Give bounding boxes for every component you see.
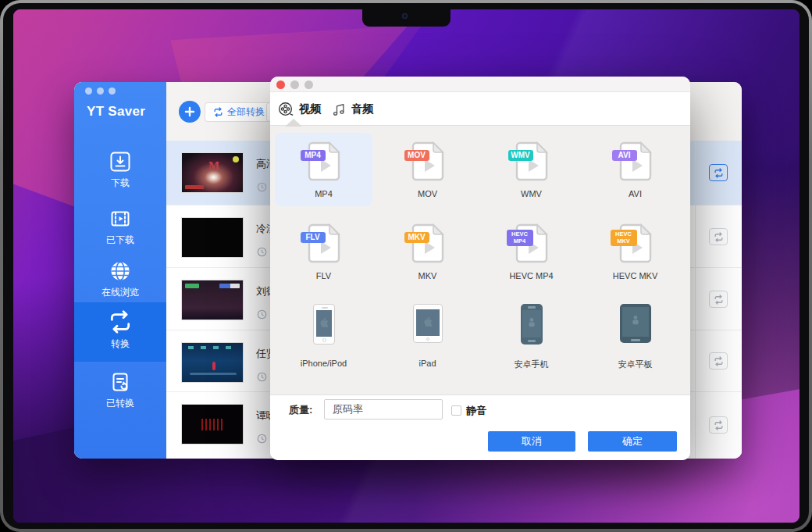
- device-card-ipad[interactable]: iPad: [379, 298, 476, 376]
- convert-row-button[interactable]: [709, 291, 728, 308]
- sidebar-label: 在线浏览: [74, 286, 166, 299]
- convert-all-button[interactable]: 全部转换: [205, 102, 273, 122]
- format-card-avi[interactable]: AVI AVI: [586, 133, 684, 206]
- dialog-tabs: 视频 音频: [270, 92, 690, 126]
- format-card-mp4[interactable]: MP4 MP4: [275, 133, 372, 206]
- format-badge: MP4: [301, 150, 326, 161]
- sidebar-item-converted[interactable]: 已转换: [74, 365, 166, 421]
- device-card-android-phone[interactable]: 安卓手机: [483, 298, 580, 376]
- format-badge: MOV: [404, 150, 429, 161]
- film-reel-icon: [277, 101, 294, 118]
- close-button[interactable]: [276, 80, 285, 89]
- convert-row-button[interactable]: [709, 228, 728, 245]
- download-icon: [109, 150, 132, 173]
- active-tab-indicator: [286, 120, 301, 127]
- app-title: YT Saver: [87, 104, 145, 120]
- device-card-iphone[interactable]: iPhone/iPod: [275, 298, 372, 376]
- format-card-wmv[interactable]: WMV WMV: [483, 133, 580, 206]
- ipad-icon: [413, 304, 443, 343]
- cancel-button[interactable]: 取消: [488, 431, 575, 452]
- convert-all-label: 全部转换: [227, 105, 265, 119]
- clock-icon: [257, 246, 267, 260]
- device-label: iPhone/iPod: [275, 359, 372, 368]
- repeat-icon: [213, 107, 223, 117]
- convert-row-button[interactable]: [709, 352, 728, 370]
- tab-video-label: 视频: [299, 102, 321, 116]
- maximize-button[interactable]: [304, 80, 313, 89]
- format-card-flv[interactable]: FLV FLV: [275, 215, 372, 288]
- format-label: FLV: [275, 271, 372, 280]
- clock-icon: [257, 371, 267, 385]
- video-file-icon: [307, 141, 341, 182]
- film-icon: [109, 207, 132, 230]
- desktop: 全部转换 M 高清 冷漠: [13, 9, 800, 523]
- iphone-icon: [313, 304, 335, 345]
- format-card-mkv[interactable]: MKV MKV: [379, 215, 476, 288]
- convert-icon: [108, 309, 133, 334]
- video-file-icon: [618, 141, 653, 182]
- video-file-icon: [307, 223, 341, 264]
- format-label: HEVC MP4: [483, 271, 580, 280]
- dialog-titlebar: [270, 77, 690, 92]
- clock-icon: [257, 309, 267, 323]
- android-phone-icon: [521, 304, 543, 345]
- convert-row-button[interactable]: [709, 164, 728, 181]
- device-label: iPad: [379, 359, 476, 368]
- sidebar-label: 已下载: [74, 234, 166, 247]
- video-file-icon: [411, 141, 445, 182]
- android-tablet-icon: [620, 304, 651, 343]
- add-url-button[interactable]: [179, 101, 201, 123]
- device-label: 安卓手机: [483, 359, 580, 370]
- sidebar-label: 转换: [74, 337, 166, 351]
- format-label: WMV: [483, 189, 580, 198]
- format-badge: MKV: [404, 232, 429, 243]
- format-badge: HEVC MKV: [611, 230, 637, 246]
- mute-label: 静音: [466, 404, 486, 418]
- tab-audio[interactable]: 音频: [331, 92, 373, 126]
- sidebar-item-download[interactable]: 下载: [74, 145, 166, 201]
- document-refresh-icon: [109, 370, 132, 394]
- quality-input[interactable]: [324, 399, 443, 420]
- format-label: AVI: [586, 189, 684, 198]
- window-controls[interactable]: [85, 87, 116, 95]
- mute-checkbox[interactable]: [451, 405, 461, 416]
- camera-dot: [402, 13, 408, 19]
- dialog-footer: 质量: 静音 取消 确定: [270, 395, 690, 460]
- plus-icon: [184, 106, 195, 117]
- format-badge: HEVC MP4: [507, 230, 533, 246]
- quality-label: 质量:: [289, 403, 312, 417]
- sidebar-label: 已转换: [74, 397, 166, 410]
- format-label: HEVC MKV: [586, 271, 684, 280]
- music-note-icon: [331, 102, 347, 117]
- video-file-icon: [515, 141, 549, 182]
- format-card-hevc-mp4[interactable]: HEVC MP4 HEVC MP4: [483, 215, 580, 288]
- ok-button[interactable]: 确定: [588, 431, 677, 452]
- minimize-button[interactable]: [290, 80, 299, 89]
- video-thumbnail: [181, 280, 244, 320]
- laptop-frame: 全部转换 M 高清 冷漠: [0, 0, 812, 532]
- display-notch: [362, 9, 451, 27]
- format-card-hevc-mkv[interactable]: HEVC MKV HEVC MKV: [586, 215, 684, 288]
- format-badge: AVI: [612, 150, 637, 161]
- device-card-android-tablet[interactable]: 安卓平板: [586, 298, 684, 376]
- format-label: MOV: [379, 189, 476, 198]
- video-thumbnail: [181, 404, 244, 445]
- format-badge: FLV: [301, 232, 326, 243]
- globe-icon: [109, 259, 132, 283]
- sidebar: YT Saver 下载 已下载 在线浏览 转换: [74, 82, 166, 459]
- convert-row-button[interactable]: [709, 416, 728, 434]
- convert-dialog: 视频 音频 MP4 MP4 MOV MOV: [270, 77, 690, 460]
- video-thumbnail: [181, 217, 244, 258]
- video-thumbnail: [181, 342, 244, 383]
- device-label: 安卓平板: [586, 359, 684, 370]
- format-card-mov[interactable]: MOV MOV: [379, 133, 476, 206]
- format-label: MP4: [275, 189, 372, 198]
- video-file-icon: [411, 223, 445, 264]
- tab-audio-label: 音频: [351, 102, 373, 116]
- format-badge: WMV: [508, 150, 533, 161]
- list-divider: [695, 141, 696, 459]
- video-thumbnail: M: [181, 152, 244, 193]
- format-label: MKV: [379, 271, 476, 280]
- sidebar-item-convert[interactable]: 转换: [74, 302, 166, 362]
- sidebar-item-downloaded[interactable]: 已下载: [74, 202, 166, 258]
